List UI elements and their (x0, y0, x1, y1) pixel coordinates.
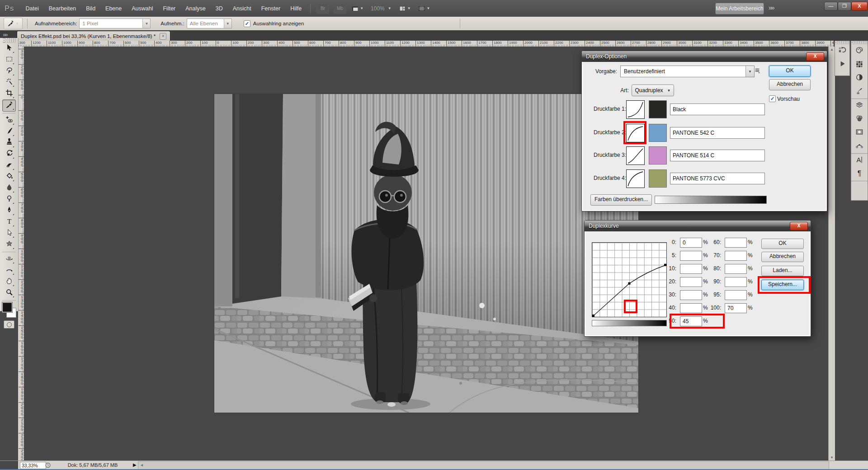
actions-panel-button[interactable] (835, 58, 849, 71)
curve-cancel-button[interactable]: Abbrechen (761, 252, 804, 262)
menu-bild[interactable]: Bild (81, 4, 100, 14)
blur-tool[interactable] (3, 183, 15, 194)
color-panel-button[interactable] (851, 44, 868, 58)
quick-mask-button[interactable] (4, 320, 14, 329)
ink-name-field-3[interactable]: PANTONE 514 C (670, 150, 765, 161)
ink-color-swatch-4[interactable] (649, 169, 667, 188)
menu-hilfe[interactable]: Hilfe (285, 4, 307, 14)
magic-wand-tool[interactable] (3, 77, 15, 88)
view-extras-button[interactable]: ▼ (351, 5, 363, 12)
styles-panel-button[interactable] (851, 85, 868, 99)
zoom-tool[interactable] (3, 287, 15, 299)
curve-field-input-80[interactable] (725, 264, 747, 274)
curve-field-input-60[interactable] (725, 238, 747, 248)
path-selection-tool[interactable] (3, 228, 15, 239)
horizontal-scrollbar[interactable]: ◄ (138, 461, 829, 470)
layers-panel-button[interactable] (851, 99, 868, 113)
minimize-button[interactable]: — (824, 2, 838, 11)
ink-color-swatch-2[interactable] (649, 124, 667, 142)
workspace-overflow-icon[interactable]: »» (769, 4, 774, 11)
ink-name-field-1[interactable]: Black (670, 103, 765, 115)
menu-auswahl[interactable]: Auswahl (127, 4, 158, 14)
curve-field-input-20[interactable] (680, 277, 702, 287)
adjustments-panel-button[interactable] (851, 71, 868, 85)
paths-panel-button[interactable] (851, 140, 868, 153)
curve-field-input-40[interactable] (680, 303, 702, 313)
masks-panel-button[interactable] (851, 126, 868, 140)
character-panel-button[interactable]: A (851, 154, 868, 167)
arrange-documents-button[interactable]: ▼ (399, 5, 411, 12)
swatches-panel-button[interactable] (851, 58, 868, 71)
preset-list-icon[interactable] (755, 67, 761, 76)
duplex-curve-titlebar[interactable]: Duplexkurve (585, 221, 811, 231)
dodge-tool[interactable] (3, 194, 15, 205)
horizontal-ruler[interactable]: 1300120011001000900800700600500400300200… (17, 41, 834, 47)
menu-ansicht[interactable]: Ansicht (228, 4, 256, 14)
move-tool[interactable] (3, 43, 15, 54)
preset-combo[interactable]: Benutzerdefiniert▼ (620, 66, 755, 77)
healing-brush-tool[interactable] (3, 115, 15, 126)
ink-name-field-4[interactable]: PANTONE 5773 CVC (670, 173, 765, 184)
scroll-up-icon[interactable]: ▲ (829, 47, 835, 52)
lasso-tool[interactable] (3, 66, 15, 77)
paragraph-panel-button[interactable]: ¶ (851, 167, 868, 181)
rectangular-marquee-tool[interactable] (3, 54, 15, 66)
current-tool-button[interactable]: ▼ (4, 18, 23, 29)
curve-field-input-0[interactable]: 0 (680, 238, 702, 248)
scroll-down-icon[interactable]: ▼ (829, 456, 835, 460)
close-button[interactable]: X (851, 2, 868, 11)
pen-tool[interactable] (3, 205, 15, 216)
screen-mode-button[interactable]: ▼ (418, 5, 430, 12)
dock-grip[interactable] (835, 41, 849, 44)
duplex-curve-close-icon[interactable]: X (790, 222, 808, 230)
scroll-left-icon[interactable]: ◄ (140, 463, 144, 467)
ink-curve-thumbnail-3[interactable] (626, 146, 645, 165)
channels-panel-button[interactable] (851, 113, 868, 126)
clone-stamp-tool[interactable] (3, 137, 15, 149)
sample-layers-combo[interactable]: Alle Ebenen▼ (187, 19, 232, 28)
type-combo[interactable]: Quadruplex▼ (632, 85, 674, 96)
curve-field-input-5[interactable] (680, 251, 702, 261)
status-zoom-field[interactable]: 33,33% (20, 462, 46, 469)
3d-rotate-tool[interactable] (3, 254, 15, 265)
hand-tool[interactable] (3, 276, 15, 287)
curve-load-button[interactable]: Laden... (761, 266, 804, 276)
menu-analyse[interactable]: Analyse (180, 4, 210, 14)
menu-filter[interactable]: Filter (158, 4, 180, 14)
ring-checkbox[interactable]: ✓ (244, 20, 250, 27)
eraser-tool[interactable] (3, 160, 15, 171)
curve-field-input-10[interactable] (680, 264, 702, 274)
ink-color-swatch-1[interactable] (649, 100, 667, 118)
restore-button[interactable]: ❐ (838, 2, 851, 11)
vertical-ruler[interactable]: 3002001000100200300400500600700800900100… (18, 47, 24, 461)
ink-name-field-2[interactable]: PANTONE 542 C (670, 127, 765, 139)
panel-collapse-icon[interactable]: »» (3, 32, 7, 38)
duplex-options-close-icon[interactable]: X (806, 52, 824, 61)
curve-field-input-95[interactable] (725, 290, 747, 300)
menu-datei[interactable]: Datei (21, 4, 44, 14)
minibridge-button[interactable]: Mb (334, 4, 346, 14)
curve-field-input-30[interactable] (680, 290, 702, 300)
tools-panel-grip[interactable] (3, 38, 15, 43)
3d-orbit-tool[interactable] (3, 265, 15, 276)
menu-fenster[interactable]: Fenster (256, 4, 285, 14)
history-brush-tool[interactable] (3, 149, 15, 160)
curve-field-input-100[interactable]: 70 (725, 303, 747, 313)
menu-3d[interactable]: 3D (211, 4, 228, 14)
paint-bucket-tool[interactable] (3, 171, 15, 183)
canvas-photo[interactable] (214, 94, 638, 413)
tab-close-icon[interactable]: x (160, 33, 166, 40)
workspace-button[interactable]: Mein Arbeitsbereich (715, 3, 764, 14)
overprint-colors-button[interactable]: Farben überdrucken... (590, 194, 652, 206)
doc-size-info[interactable]: Dok: 5,67 MB/5,67 MB (52, 462, 133, 469)
ink-curve-thumbnail-4[interactable] (626, 169, 645, 188)
bridge-button[interactable]: Br (316, 4, 329, 14)
crop-tool[interactable] (3, 88, 15, 99)
brush-tool[interactable] (3, 126, 15, 137)
dock-grip-2[interactable] (851, 41, 868, 44)
status-flyout-icon[interactable]: ▶ (133, 462, 137, 467)
type-tool[interactable]: T (3, 216, 15, 228)
menu-bearbeiten[interactable]: Bearbeiten (44, 4, 81, 14)
preview-checkbox[interactable]: ✓ (769, 95, 776, 102)
history-panel-button[interactable] (835, 44, 849, 58)
